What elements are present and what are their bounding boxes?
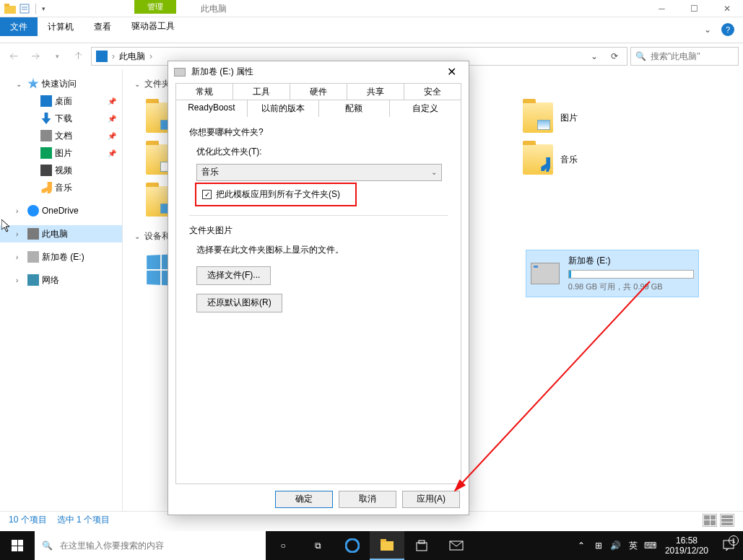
- store-icon[interactable]: [404, 531, 439, 560]
- search-box[interactable]: 🔍 搜索"此电脑": [630, 47, 739, 66]
- cortana-icon[interactable]: ○: [266, 531, 300, 560]
- view-details-icon[interactable]: [703, 514, 717, 527]
- ok-button[interactable]: 确定: [275, 491, 333, 508]
- start-button[interactable]: [0, 531, 35, 560]
- tree-this-pc[interactable]: ›此电脑: [0, 225, 122, 242]
- videos-icon: [40, 165, 52, 176]
- checkbox-icon: ✓: [202, 190, 212, 199]
- apply-to-subfolders-checkbox[interactable]: ✓ 把此模板应用到所有子文件夹(S): [196, 184, 355, 205]
- volume-icon[interactable]: 🔊: [607, 531, 625, 560]
- tree-documents[interactable]: 文档📌: [0, 127, 122, 144]
- tree-network[interactable]: ›网络: [0, 271, 122, 289]
- status-item-count: 10 个项目: [9, 514, 47, 526]
- addressbar-sep2[interactable]: ›: [149, 51, 152, 61]
- tab-previous-versions[interactable]: 以前的版本: [248, 100, 319, 117]
- tree-pictures[interactable]: 图片📌: [0, 144, 122, 162]
- minimize-button[interactable]: ─: [646, 0, 678, 17]
- folder-music[interactable]: 音乐: [520, 139, 704, 180]
- tab-row-2: ReadyBoost 以前的版本 配额 自定义: [175, 100, 461, 117]
- taskbar-search[interactable]: 🔍 在这里输入你要搜索的内容: [35, 531, 266, 560]
- maximize-button[interactable]: ☐: [678, 0, 711, 17]
- tree-music[interactable]: 音乐: [0, 179, 122, 196]
- download-icon: [40, 113, 52, 124]
- tab-readyboost[interactable]: ReadyBoost: [175, 100, 248, 117]
- tray-time: 16:58: [676, 535, 698, 546]
- network-tray-icon[interactable]: ⊞: [590, 531, 607, 560]
- close-button[interactable]: ✕: [711, 0, 743, 17]
- addressbar-location[interactable]: 此电脑: [119, 51, 145, 63]
- mail-icon[interactable]: [439, 531, 474, 560]
- label-folder-pic: 文件夹图片: [189, 224, 448, 237]
- tab-sharing[interactable]: 共享: [347, 83, 404, 100]
- task-view-icon[interactable]: ⧉: [300, 531, 335, 560]
- system-tray: ⌃ ⊞ 🔊 英 ⌨ 16:58 2019/12/20 1: [573, 531, 743, 560]
- tray-clock[interactable]: 16:58 2019/12/20: [659, 535, 714, 556]
- ime-indicator[interactable]: 英: [625, 531, 642, 560]
- dialog-titlebar[interactable]: 新加卷 (E:) 属性 ✕: [168, 61, 469, 83]
- search-placeholder: 在这里输入你要搜索的内容: [60, 540, 164, 552]
- chevron-right-icon[interactable]: ›: [16, 230, 25, 238]
- up-button[interactable]: 🡡: [69, 47, 88, 66]
- tree-desktop[interactable]: 桌面📌: [0, 92, 122, 110]
- properties-dialog: 新加卷 (E:) 属性 ✕ 常规 工具 硬件 共享 安全 ReadyBoost …: [168, 61, 469, 515]
- qat-dropdown-icon[interactable]: ▾: [42, 5, 45, 12]
- tree-videos[interactable]: 视频: [0, 162, 122, 179]
- cancel-button[interactable]: 取消: [339, 491, 396, 508]
- tab-quota[interactable]: 配额: [319, 100, 391, 117]
- ime-keyboard-icon[interactable]: ⌨: [642, 531, 659, 560]
- help-icon[interactable]: ?: [721, 23, 734, 36]
- tab-security[interactable]: 安全: [404, 83, 461, 100]
- context-tab-header: 管理: [134, 0, 176, 14]
- search-placeholder: 搜索"此电脑": [651, 51, 700, 63]
- tree-quick-access[interactable]: ⌄ 快速访问: [0, 75, 122, 92]
- file-tab[interactable]: 文件: [0, 17, 38, 36]
- drive-e-item[interactable]: 新加卷 (E:) 0.98 GB 可用，共 0.99 GB: [526, 250, 699, 297]
- tray-expand-icon[interactable]: ⌃: [573, 531, 590, 560]
- chevron-right-icon[interactable]: ›: [16, 253, 25, 261]
- ribbon-tab-view[interactable]: 查看: [84, 17, 121, 36]
- optimize-combo[interactable]: 音乐 ⌄: [196, 164, 442, 181]
- tree-drive-e[interactable]: ›新加卷 (E:): [0, 248, 122, 266]
- drive-usage-bar: [568, 270, 694, 279]
- forward-button[interactable]: 🡢: [26, 47, 45, 66]
- button-label: 取消: [359, 493, 376, 505]
- button-label: 选择文件(F)...: [207, 269, 260, 281]
- apply-button[interactable]: 应用(A): [402, 491, 460, 508]
- tab-tools[interactable]: 工具: [233, 83, 290, 100]
- tree-onedrive[interactable]: ›OneDrive: [0, 202, 122, 219]
- recent-locations-icon[interactable]: ▾: [48, 47, 66, 66]
- dialog-close-button[interactable]: ✕: [440, 64, 463, 81]
- tab-hardware[interactable]: 硬件: [290, 83, 347, 100]
- tree-label: 快速访问: [42, 78, 77, 90]
- pin-icon: 📌: [108, 97, 116, 105]
- addressbar-dropdown-icon[interactable]: ⌄: [586, 51, 602, 61]
- action-center-icon[interactable]: 1: [714, 531, 743, 560]
- view-large-icon[interactable]: [720, 514, 734, 527]
- tree-label: 桌面: [55, 95, 72, 108]
- chevron-right-icon[interactable]: ›: [16, 276, 25, 284]
- tree-label: 新加卷 (E:): [42, 251, 84, 263]
- folder-icon: [523, 144, 553, 175]
- tree-label: 音乐: [55, 182, 72, 194]
- restore-icon-button[interactable]: 还原默认图标(R): [196, 294, 282, 312]
- addressbar-sep: ›: [112, 51, 115, 61]
- folder-pictures[interactable]: 图片: [520, 97, 704, 138]
- explorer-task-icon[interactable]: [370, 531, 404, 560]
- back-button[interactable]: 🡠: [4, 47, 23, 66]
- ribbon-expand-icon[interactable]: ⌄: [704, 25, 711, 35]
- refresh-icon[interactable]: ⟳: [607, 51, 622, 61]
- chevron-right-icon[interactable]: ›: [16, 207, 25, 215]
- properties-qat-icon[interactable]: [19, 3, 30, 14]
- pictures-icon: [40, 147, 52, 159]
- nav-pane[interactable]: ⌄ 快速访问 桌面📌 下载📌 文档📌 图片📌 视频 音乐 ›OneDrive ›…: [0, 69, 123, 511]
- tab-general[interactable]: 常规: [175, 83, 233, 100]
- label-optimize: 优化此文件夹(T):: [196, 146, 448, 158]
- choose-file-button[interactable]: 选择文件(F)...: [196, 266, 271, 285]
- tree-downloads[interactable]: 下载📌: [0, 110, 122, 127]
- ribbon-tab-computer[interactable]: 计算机: [38, 17, 84, 36]
- ribbon-tab-drive-tools[interactable]: 驱动器工具: [121, 17, 185, 36]
- chevron-down-icon: ⌄: [134, 80, 140, 88]
- tab-customize[interactable]: 自定义: [390, 100, 461, 117]
- chevron-down-icon[interactable]: ⌄: [16, 80, 25, 88]
- edge-icon[interactable]: [335, 531, 370, 560]
